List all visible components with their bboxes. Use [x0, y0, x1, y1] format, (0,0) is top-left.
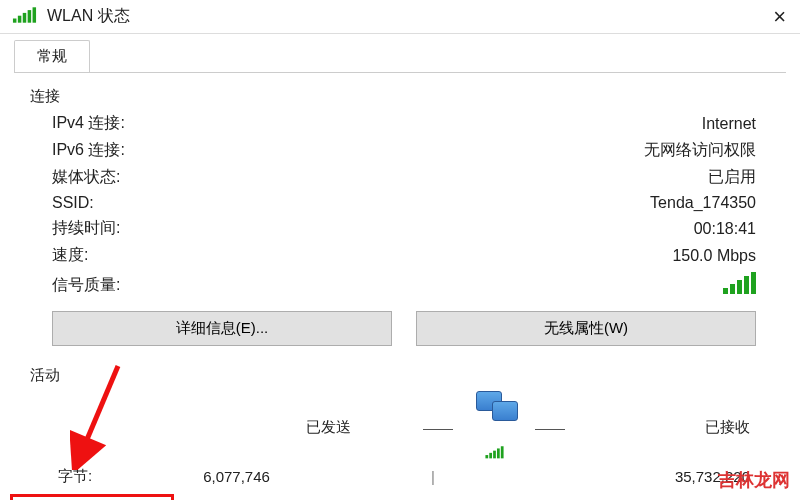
footer-buttons: 属性(P) 禁用(D) 诊断(G)	[0, 494, 800, 500]
bytes-received-value: 35,732,220	[509, 468, 750, 485]
row-signal: 信号质量:	[52, 269, 756, 301]
signal-bars-icon	[723, 272, 756, 298]
wireless-properties-label: 无线属性(W)	[544, 319, 628, 338]
received-label: 已接收	[570, 418, 750, 437]
duration-value: 00:18:41	[694, 220, 756, 238]
row-ssid: SSID: Tenda_174350	[52, 191, 756, 215]
close-button[interactable]: ×	[767, 4, 792, 30]
tab-general-label: 常规	[37, 47, 67, 64]
wireless-properties-button[interactable]: 无线属性(W)	[416, 311, 756, 346]
duration-label: 持续时间:	[52, 218, 120, 239]
connection-section-title: 连接	[30, 87, 770, 106]
wifi-icon	[8, 4, 41, 30]
row-speed: 速度: 150.0 Mbps	[52, 242, 756, 269]
activity-section: 已发送 —— —— 已接收 字节: 6,077,746 | 35,732,220	[30, 389, 770, 488]
row-duration: 持续时间: 00:18:41	[52, 215, 756, 242]
signal-label: 信号质量:	[52, 275, 120, 296]
network-activity-icon	[458, 391, 530, 463]
speed-label: 速度:	[52, 245, 88, 266]
ipv4-value: Internet	[702, 115, 756, 133]
details-button[interactable]: 详细信息(E)...	[52, 311, 392, 346]
connection-section: IPv4 连接: Internet IPv6 连接: 无网络访问权限 媒体状态:…	[30, 110, 770, 354]
connection-buttons: 详细信息(E)... 无线属性(W)	[52, 311, 756, 346]
ssid-value: Tenda_174350	[650, 194, 756, 212]
window-title: WLAN 状态	[47, 6, 767, 27]
ssid-label: SSID:	[52, 194, 94, 212]
media-label: 媒体状态:	[52, 167, 120, 188]
ipv4-label: IPv4 连接:	[52, 113, 125, 134]
dash-left: ——	[418, 419, 458, 436]
activity-section-title: 活动	[30, 366, 770, 385]
dash-right: ——	[530, 419, 570, 436]
bytes-sent-value: 6,077,746	[116, 468, 357, 485]
row-ipv4: IPv4 连接: Internet	[52, 110, 756, 137]
sent-label: 已发送	[238, 418, 418, 437]
row-media: 媒体状态: 已启用	[52, 164, 756, 191]
details-button-label: 详细信息(E)...	[176, 319, 269, 338]
media-value: 已启用	[708, 167, 756, 188]
row-ipv6: IPv6 连接: 无网络访问权限	[52, 137, 756, 164]
divider-icon: |	[397, 468, 469, 485]
ipv6-value: 无网络访问权限	[644, 140, 756, 161]
activity-bytes-row: 字节: 6,077,746 | 35,732,220	[52, 465, 756, 488]
speed-value: 150.0 Mbps	[672, 247, 756, 265]
svg-line-0	[80, 366, 118, 456]
annotation-arrow-icon	[70, 360, 130, 470]
ipv6-label: IPv6 连接:	[52, 140, 125, 161]
watermark-text: 吉林龙网	[718, 468, 790, 492]
tab-strip: 常规	[0, 34, 800, 72]
activity-header-row: 已发送 —— —— 已接收	[52, 389, 756, 465]
tab-general[interactable]: 常规	[14, 40, 90, 72]
title-bar: WLAN 状态 ×	[0, 0, 800, 34]
